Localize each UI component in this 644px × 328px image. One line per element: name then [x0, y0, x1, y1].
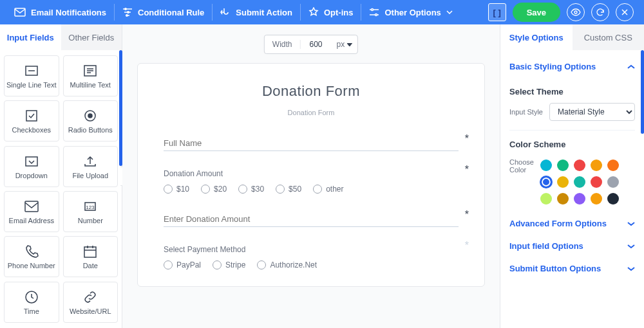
divider: [509, 130, 635, 131]
color-swatches: [540, 159, 635, 205]
right-scrollbar[interactable]: [641, 50, 644, 134]
color-swatch[interactable]: [540, 159, 552, 171]
payment-option[interactable]: PayPal: [164, 260, 201, 269]
chevron-down-icon: [446, 10, 453, 14]
full-name-input[interactable]: [164, 136, 459, 151]
code-bracket-button[interactable]: [ ]: [488, 3, 506, 21]
color-swatch[interactable]: [557, 176, 569, 188]
tab-other-fields[interactable]: Other Fields: [61, 24, 122, 50]
required-asterisk: *: [465, 164, 469, 176]
field-enter-amount[interactable]: *: [164, 212, 459, 227]
color-swatch[interactable]: [540, 176, 552, 188]
toolbar-right: [ ] Save: [488, 3, 638, 22]
eye-icon: [571, 8, 581, 16]
color-swatch[interactable]: [591, 159, 602, 171]
optional-asterisk: *: [465, 240, 469, 251]
color-swatch[interactable]: [557, 159, 569, 171]
color-swatch[interactable]: [607, 159, 619, 171]
field-card-checkbox[interactable]: Checkboxes: [4, 100, 59, 141]
advanced-form-label: Advanced Form Options: [509, 219, 607, 228]
main-layout: Input Fields Other Fields Single Line Te…: [0, 24, 644, 328]
radio-label: $10: [176, 185, 189, 194]
field-card-multiline[interactable]: Multiline Text: [63, 55, 118, 96]
field-card-phone[interactable]: Phone Number: [4, 236, 59, 277]
single-line-icon: [24, 63, 39, 78]
submit-button-options-label: Submit Button Options: [509, 264, 601, 273]
radio-icon: [164, 260, 173, 269]
payment-method-label: Select Payment Method: [164, 245, 459, 254]
width-label: Width: [265, 40, 301, 49]
save-button[interactable]: Save: [513, 3, 560, 22]
preview-button[interactable]: [567, 3, 585, 21]
svg-text:123: 123: [86, 205, 95, 210]
phone-icon: [24, 244, 39, 259]
conditional-rule-button[interactable]: Conditional Rule: [115, 0, 212, 24]
width-unit-dropdown[interactable]: px: [332, 40, 358, 49]
color-swatch[interactable]: [591, 176, 602, 188]
svg-rect-18: [26, 111, 37, 121]
upload-icon: [82, 154, 98, 169]
field-card-link[interactable]: Website/URL: [63, 282, 118, 323]
radio-label: $20: [214, 185, 227, 194]
field-card-number[interactable]: 123Number: [63, 191, 118, 232]
field-card-radio[interactable]: Radio Buttons: [63, 100, 118, 141]
chevron-up-icon: [627, 64, 635, 69]
color-swatch[interactable]: [557, 193, 569, 205]
email-notifications-label: Email Notifications: [31, 8, 106, 17]
color-swatch[interactable]: [607, 193, 619, 205]
tab-custom-css[interactable]: Custom CSS: [573, 24, 645, 50]
other-options-button[interactable]: Other Options: [361, 0, 460, 24]
radio-icon: [201, 185, 210, 194]
width-input[interactable]: [301, 40, 332, 49]
color-swatch[interactable]: [574, 193, 585, 205]
optins-button[interactable]: Opt-ins: [301, 0, 361, 24]
accordion-input-field[interactable]: Input field Options: [500, 235, 644, 257]
donation-option[interactable]: $20: [201, 185, 227, 194]
close-button[interactable]: [616, 3, 634, 21]
donation-option[interactable]: $30: [238, 185, 264, 194]
field-card-dropdown[interactable]: Dropdown: [4, 146, 59, 187]
payment-method-options: PayPalStripeAuthorize.Net: [164, 260, 459, 269]
color-swatch[interactable]: [540, 193, 552, 205]
color-swatch[interactable]: [574, 159, 585, 171]
chevron-down-icon: [627, 244, 635, 249]
color-swatch[interactable]: [574, 176, 585, 188]
accordion-basic-styling[interactable]: Basic Styling Options: [500, 55, 644, 78]
enter-amount-input[interactable]: [164, 212, 459, 227]
right-tabs: Style Options Custom CSS: [500, 24, 644, 50]
canvas: Width px Donation Form Donation Form * D…: [122, 24, 500, 328]
donation-option[interactable]: $10: [164, 185, 189, 194]
redo-button[interactable]: [591, 3, 609, 21]
input-style-label: Input Style: [509, 108, 543, 116]
tab-input-fields[interactable]: Input Fields: [0, 24, 61, 50]
field-payment-method[interactable]: Select Payment Method PayPalStripeAuthor…: [164, 245, 459, 269]
field-card-label: Radio Buttons: [68, 126, 113, 134]
donation-option[interactable]: $50: [276, 185, 301, 194]
mail-icon: [14, 8, 26, 17]
color-swatch[interactable]: [607, 176, 619, 188]
field-card-upload[interactable]: File Upload: [63, 146, 118, 187]
payment-option[interactable]: Stripe: [213, 260, 245, 269]
field-card-single-line[interactable]: Single Line Text: [4, 55, 59, 96]
field-card-mail[interactable]: Email Address: [4, 191, 59, 232]
filter-icon: [122, 8, 133, 17]
submit-action-label: Submit Action: [236, 8, 292, 17]
donation-option[interactable]: other: [313, 185, 343, 194]
email-notifications-button[interactable]: Email Notifications: [6, 0, 114, 24]
submit-action-button[interactable]: Submit Action: [213, 0, 300, 24]
color-swatch[interactable]: [591, 193, 602, 205]
tab-style-options[interactable]: Style Options: [500, 24, 573, 50]
input-style-select[interactable]: Material Style: [549, 103, 635, 121]
field-card-date[interactable]: Date: [63, 236, 118, 277]
form-subtitle: Donation Form: [164, 109, 459, 116]
basic-styling-body: Select Theme Input Style Material Style …: [500, 78, 644, 212]
field-donation-amount[interactable]: Donation Amount $10$20$30$50other *: [164, 169, 459, 194]
number-icon: 123: [82, 199, 98, 214]
payment-option[interactable]: Authorize.Net: [257, 260, 317, 269]
field-card-time[interactable]: Time: [4, 282, 59, 323]
accordion-advanced-form[interactable]: Advanced Form Options: [500, 212, 644, 235]
field-full-name[interactable]: *: [164, 136, 459, 151]
input-field-options-label: Input field Options: [509, 241, 583, 251]
radio-label: other: [326, 185, 343, 194]
accordion-submit-button[interactable]: Submit Button Options: [500, 257, 644, 280]
